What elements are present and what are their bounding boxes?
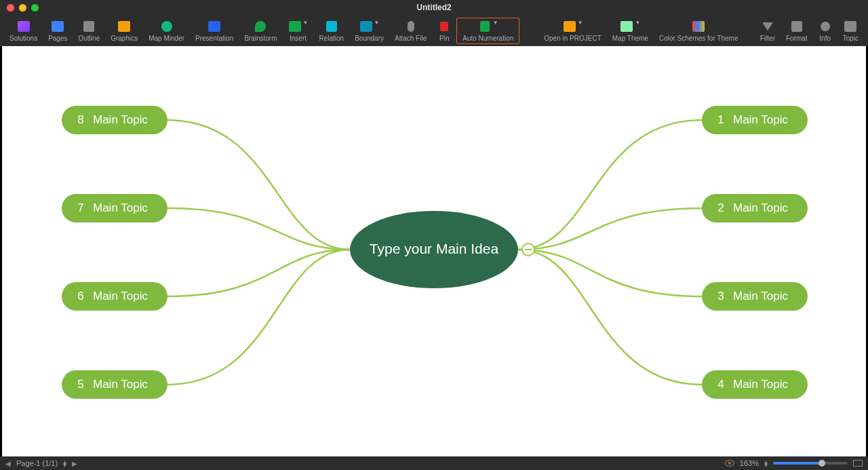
filter-icon	[761, 20, 774, 33]
info-icon	[818, 20, 832, 33]
topic-node[interactable]: 6Main Topic	[62, 282, 167, 311]
toolbar-label: Open in PROJECT	[544, 35, 601, 42]
topic-icon	[844, 20, 857, 33]
toolbar-label: Brainstorm	[244, 35, 277, 42]
topic-label: Main Topic	[93, 378, 148, 391]
connector-line	[518, 120, 702, 250]
toolbar-boundary-button[interactable]: ▼Boundary	[349, 18, 389, 43]
format-icon	[790, 20, 804, 33]
topic-label: Main Topic	[93, 290, 148, 302]
toolbar-label: Info	[819, 35, 831, 42]
pages-icon	[51, 20, 64, 33]
toolbar-label: Filter	[760, 35, 775, 42]
toolbar-maptheme-button[interactable]: ▼Map Theme	[607, 18, 654, 43]
status-bar: ◀ Page-1 (1/1) ▴▾ ▶ 163% ▴▾	[0, 456, 868, 470]
toolbar-label: Relation	[319, 35, 344, 42]
topic-label: Main Topic	[93, 201, 148, 214]
topic-label: Main Topic	[93, 113, 148, 126]
topic-node[interactable]: 5Main Topic	[62, 370, 167, 399]
topic-node[interactable]: 4Main Topic	[702, 370, 808, 399]
central-idea-text[interactable]: Type your Main Idea	[370, 241, 499, 256]
toolbar-topic-button[interactable]: Topic	[837, 18, 864, 43]
close-window-button[interactable]	[7, 4, 14, 12]
toolbar-label: Topic	[843, 35, 859, 42]
visibility-icon[interactable]	[725, 460, 734, 467]
page-next-button[interactable]: ▶	[72, 460, 77, 467]
solutions-icon	[17, 20, 31, 33]
toolbar-pages-button[interactable]: Pages	[43, 18, 73, 43]
toolbar-relation-button[interactable]: Relation	[313, 18, 349, 43]
topic-number: 2	[717, 201, 724, 214]
topic-number: 7	[77, 201, 83, 214]
connector-line	[167, 250, 350, 385]
toolbar-label: Solutions	[9, 35, 37, 42]
chevron-down-icon: ▼	[578, 20, 583, 26]
toolbar-label: Format	[786, 35, 808, 42]
topic-node[interactable]: 3Main Topic	[702, 282, 808, 311]
toolbar-label: Pin	[439, 35, 449, 42]
toolbar-graphics-button[interactable]: Graphics	[105, 18, 143, 43]
maximize-window-button[interactable]	[31, 4, 39, 12]
topic-number: 4	[717, 378, 724, 391]
chevron-down-icon: ▼	[303, 20, 309, 26]
page-prev-button[interactable]: ◀	[5, 460, 11, 467]
toolbar-label: Outline	[79, 35, 100, 42]
pin-icon	[437, 20, 451, 33]
page-indicator: Page-1 (1/1)	[16, 459, 58, 467]
window-controls	[0, 4, 39, 12]
topic-label: Main Topic	[733, 113, 788, 126]
attach-icon	[404, 20, 418, 33]
topic-label: Main Topic	[733, 290, 788, 302]
outline-icon	[82, 20, 96, 33]
toolbar-mapminder-button[interactable]: Map Minder	[143, 18, 190, 43]
connector-line	[518, 250, 702, 385]
toolbar-attachfile-button[interactable]: Attach File	[389, 18, 432, 43]
toolbar-brainstorm-button[interactable]: Brainstorm	[239, 18, 282, 43]
insert-icon	[288, 20, 302, 33]
page-stepper[interactable]: ▴▾	[63, 460, 66, 467]
toolbar-format-button[interactable]: Format	[781, 18, 813, 43]
boundary-icon	[359, 20, 373, 33]
openproject-icon	[563, 20, 576, 33]
chevron-down-icon: ▼	[374, 20, 380, 26]
toolbar-label: Graphics	[111, 35, 138, 42]
connector-line	[518, 208, 702, 250]
brainstorm-icon	[254, 20, 267, 33]
toolbar-solutions-button[interactable]: Solutions	[4, 18, 43, 43]
mindmap-canvas[interactable]: Type your Main Idea1Main Topic2Main Topi…	[2, 46, 866, 456]
window-title: Untitled2	[0, 3, 868, 12]
topic-node[interactable]: 8Main Topic	[62, 106, 167, 134]
topic-node[interactable]: 2Main Topic	[702, 194, 808, 222]
graphics-icon	[117, 20, 131, 33]
toolbar-pin-button[interactable]: Pin	[432, 18, 456, 43]
zoom-stepper[interactable]: ▴▾	[764, 460, 768, 467]
topic-number: 6	[77, 290, 83, 302]
topic-number: 5	[77, 378, 83, 391]
toolbar-label: Auto Numeration	[462, 35, 513, 42]
toolbar-openinproject-button[interactable]: ▼Open in PROJECT	[538, 18, 606, 43]
toolbar-label: Color Schemes for Theme	[659, 35, 738, 42]
toolbar-label: Map Minder	[149, 35, 184, 42]
toolbar-colorschemes-button[interactable]: Color Schemes for Theme	[654, 18, 744, 43]
zoom-slider[interactable]	[773, 462, 848, 465]
zoom-slider-thumb[interactable]	[818, 460, 825, 467]
topic-number: 1	[717, 113, 724, 126]
toolbar-presentation-button[interactable]: Presentation	[190, 18, 239, 43]
toolbar-autonumeration-button[interactable]: ▼Auto Numeration	[456, 18, 519, 44]
fit-to-screen-button[interactable]	[853, 460, 863, 467]
chevron-down-icon: ▼	[635, 20, 640, 26]
toolbar: SolutionsPagesOutlineGraphicsMap MinderP…	[0, 15, 868, 46]
presentation-icon	[208, 20, 221, 33]
topic-node[interactable]: 7Main Topic	[62, 194, 167, 222]
topic-node[interactable]: 1Main Topic	[702, 106, 808, 134]
relation-icon	[325, 20, 338, 33]
toolbar-outline-button[interactable]: Outline	[73, 18, 106, 43]
toolbar-info-button[interactable]: Info	[813, 18, 837, 43]
topic-label: Main Topic	[733, 378, 788, 391]
toolbar-label: Pages	[48, 35, 67, 42]
minimize-window-button[interactable]	[19, 4, 26, 12]
toolbar-insert-button[interactable]: ▼Insert	[283, 18, 314, 43]
toolbar-filter-button[interactable]: Filter	[755, 18, 781, 43]
zoom-level-label: 163%	[740, 459, 759, 467]
connector-line	[167, 120, 350, 250]
